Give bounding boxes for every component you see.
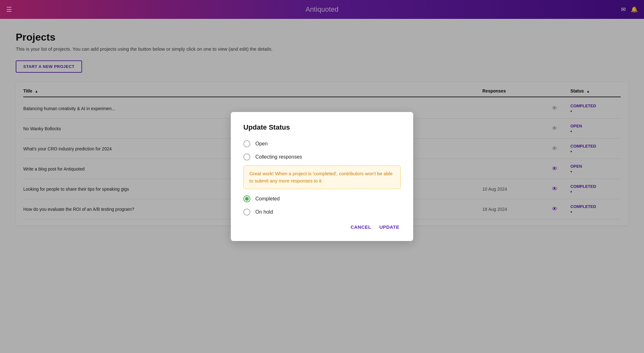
radio-collecting-circle[interactable] [243,154,250,160]
radio-open-label: Open [255,141,268,147]
update-status-modal: Update Status Open Collecting responses … [231,112,413,241]
radio-collecting-label: Collecting responses [255,154,302,160]
radio-option-completed[interactable]: Completed [243,195,401,202]
radio-option-onhold[interactable]: On hold [243,209,401,216]
radio-option-open[interactable]: Open [243,140,401,147]
modal-actions: CANCEL UPDATE [243,222,401,232]
radio-completed-label: Completed [255,196,280,202]
radio-option-collecting[interactable]: Collecting responses [243,154,401,160]
update-button[interactable]: UPDATE [378,222,401,232]
modal-title: Update Status [243,123,401,132]
modal-overlay[interactable]: Update Status Open Collecting responses … [0,0,644,353]
completed-warning-text: Great work! When a project is 'completed… [249,171,392,183]
completed-warning-box: Great work! When a project is 'completed… [243,165,401,189]
radio-onhold-circle[interactable] [243,209,250,216]
cancel-button[interactable]: CANCEL [349,222,373,232]
radio-open-circle[interactable] [243,140,250,147]
radio-onhold-label: On hold [255,209,273,215]
radio-completed-circle[interactable] [243,195,250,202]
